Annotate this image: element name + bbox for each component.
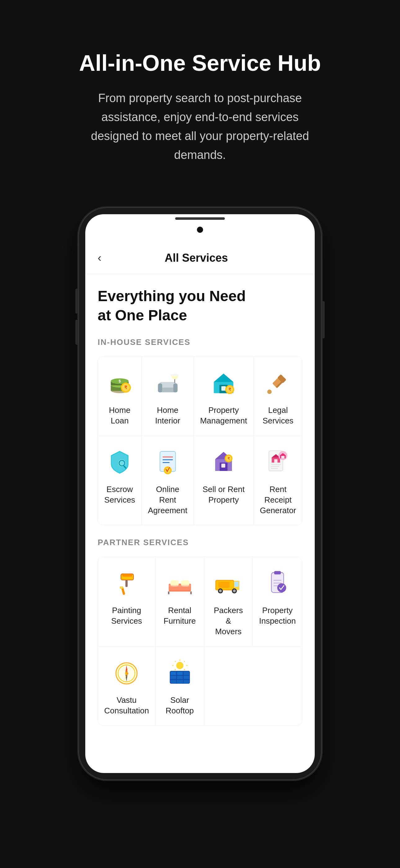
svg-rect-66 bbox=[169, 585, 191, 591]
svg-point-16 bbox=[171, 374, 179, 376]
svg-point-74 bbox=[219, 590, 222, 592]
svg-rect-20 bbox=[222, 386, 226, 391]
volume-up-button bbox=[75, 289, 78, 314]
service-escrow[interactable]: EscrowServices bbox=[98, 436, 142, 525]
status-bar bbox=[85, 214, 315, 239]
phone-screen: ‹ All Services Everything you Need at On… bbox=[85, 214, 315, 773]
svg-text:$: $ bbox=[119, 379, 121, 384]
svg-rect-12 bbox=[158, 383, 162, 393]
solar-icon bbox=[164, 658, 195, 689]
service-rental-furniture[interactable]: RentalFurniture bbox=[156, 557, 204, 646]
packers-movers-icon bbox=[213, 568, 244, 599]
page-heading: Everything you Need at One Place bbox=[98, 286, 302, 326]
packers-movers-label: Packers &Movers bbox=[210, 606, 246, 637]
home-loan-label: Home Loan bbox=[104, 405, 135, 426]
app-header: ‹ All Services bbox=[85, 239, 315, 274]
service-home-loan[interactable]: $ ₹ Home Loan bbox=[98, 357, 142, 436]
sell-rent-icon: ₹ bbox=[208, 447, 239, 478]
legal-services-icon bbox=[262, 368, 293, 399]
escrow-label: EscrowServices bbox=[104, 484, 135, 505]
vastu-icon bbox=[111, 658, 142, 689]
service-rent-agreement[interactable]: Online RentAgreement bbox=[142, 436, 194, 525]
svg-rect-59 bbox=[126, 580, 128, 587]
screen-title: All Services bbox=[108, 251, 285, 265]
page-subtitle: From property search to post-purchase as… bbox=[76, 89, 324, 164]
service-sell-rent[interactable]: ₹ Sell or RentProperty bbox=[194, 436, 254, 525]
svg-text:₹: ₹ bbox=[228, 457, 230, 460]
back-button[interactable]: ‹ bbox=[98, 251, 101, 265]
page-title: All-in-One Service Hub bbox=[37, 50, 363, 76]
power-button bbox=[322, 301, 325, 338]
service-painting[interactable]: PaintingServices bbox=[98, 557, 156, 646]
svg-rect-41 bbox=[222, 464, 226, 468]
property-management-label: PropertyManagement bbox=[200, 405, 247, 426]
property-inspection-icon bbox=[262, 568, 293, 599]
partner-services-grid: PaintingServices bbox=[98, 557, 302, 725]
sell-rent-label: Sell or RentProperty bbox=[202, 484, 245, 505]
heading-line2: at One Place bbox=[98, 307, 187, 323]
solar-label: SolarRooftop bbox=[166, 695, 194, 716]
svg-point-98 bbox=[176, 662, 183, 669]
rent-receipt-icon bbox=[262, 447, 293, 478]
camera-area bbox=[197, 227, 203, 233]
home-interior-label: HomeInterior bbox=[155, 405, 180, 426]
service-vastu[interactable]: VastuConsultation bbox=[98, 647, 156, 725]
svg-point-27 bbox=[267, 390, 272, 394]
svg-rect-13 bbox=[173, 383, 178, 393]
front-camera bbox=[197, 227, 203, 233]
painting-label: PaintingServices bbox=[111, 606, 142, 626]
svg-line-100 bbox=[184, 661, 185, 662]
svg-marker-18 bbox=[214, 374, 233, 382]
legal-services-label: LegalServices bbox=[263, 405, 294, 426]
service-property-inspection[interactable]: PropertyInspection bbox=[253, 557, 302, 646]
svg-line-103 bbox=[175, 661, 175, 662]
svg-rect-61 bbox=[120, 586, 124, 589]
section-label: IN-HOUSE SERVICES bbox=[98, 337, 302, 347]
svg-rect-80 bbox=[274, 571, 281, 575]
volume-down-button bbox=[75, 320, 78, 345]
home-loan-icon: $ ₹ bbox=[104, 368, 135, 399]
screen-content: Everything you Need at One Place IN-HOUS… bbox=[85, 274, 315, 526]
svg-text:₹: ₹ bbox=[124, 385, 127, 390]
vastu-label: VastuConsultation bbox=[104, 695, 149, 716]
home-interior-icon bbox=[152, 368, 183, 399]
svg-rect-72 bbox=[234, 582, 239, 587]
svg-line-102 bbox=[184, 669, 185, 670]
painting-icon bbox=[111, 568, 142, 599]
property-inspection-label: PropertyInspection bbox=[259, 606, 296, 626]
svg-rect-58 bbox=[123, 574, 132, 577]
svg-text:₹: ₹ bbox=[229, 388, 231, 392]
svg-rect-55 bbox=[281, 456, 285, 458]
phone-frame: ‹ All Services Everything you Need at On… bbox=[79, 208, 321, 779]
rent-receipt-label: Rent ReceiptGenerator bbox=[260, 484, 296, 516]
service-legal-services[interactable]: LegalServices bbox=[254, 357, 302, 436]
service-packers-movers[interactable]: Packers &Movers bbox=[204, 557, 253, 646]
svg-rect-97 bbox=[177, 672, 182, 675]
svg-rect-49 bbox=[274, 459, 278, 463]
service-home-interior[interactable]: HomeInterior bbox=[142, 357, 194, 436]
service-rent-receipt[interactable]: Rent ReceiptGenerator bbox=[254, 436, 302, 525]
rental-furniture-icon bbox=[164, 568, 195, 599]
svg-line-105 bbox=[174, 669, 175, 670]
heading-line1: Everything you Need bbox=[98, 288, 245, 304]
inhouse-services-grid: $ ₹ Home Loan bbox=[98, 356, 302, 525]
rental-furniture-label: RentalFurniture bbox=[164, 606, 196, 626]
svg-point-76 bbox=[233, 590, 236, 592]
svg-rect-77 bbox=[219, 582, 230, 588]
header-section: All-in-One Service Hub From property sea… bbox=[0, 0, 400, 189]
phone-mockup: ‹ All Services Everything you Need at On… bbox=[79, 208, 321, 779]
partner-section: PARTNER SERVICES bbox=[85, 538, 315, 738]
service-property-management[interactable]: ₹ PropertyManagement bbox=[194, 357, 254, 436]
svg-rect-96 bbox=[171, 672, 175, 675]
rent-agreement-label: Online RentAgreement bbox=[148, 484, 187, 516]
service-solar[interactable]: SolarRooftop bbox=[156, 647, 204, 725]
rent-agreement-icon bbox=[152, 447, 183, 478]
escrow-icon bbox=[104, 447, 135, 478]
partner-section-label: PARTNER SERVICES bbox=[98, 538, 302, 547]
property-management-icon: ₹ bbox=[208, 368, 239, 399]
